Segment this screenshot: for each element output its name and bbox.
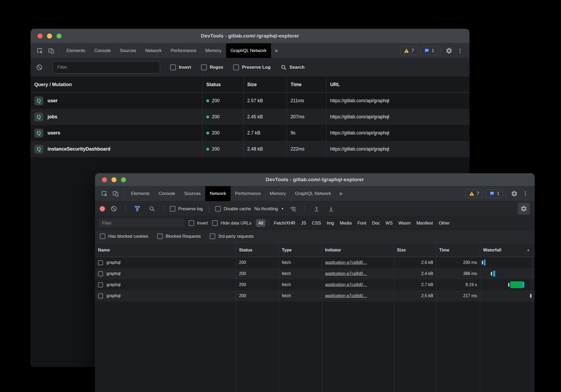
table-row[interactable]: Q user 200 2.57 kB 211ms https://gitlab.… — [31, 93, 469, 109]
type-filter[interactable]: Img — [324, 219, 337, 227]
type-filter[interactable]: Font — [355, 219, 369, 227]
initiator-link[interactable]: application-a7ca9d0… — [325, 271, 367, 276]
waterfall-cell[interactable] — [480, 279, 535, 290]
checkbox[interactable] — [170, 206, 175, 212]
search-icon[interactable] — [146, 203, 157, 214]
row-checkbox[interactable] — [98, 271, 103, 276]
type-filter[interactable]: Other — [436, 219, 452, 227]
titlebar[interactable]: DevTools - gitlab.com/-/graphql-explorer — [95, 173, 535, 186]
more-options-icon[interactable] — [455, 45, 466, 56]
initiator-link[interactable]: application-a7ca9d0… — [325, 293, 367, 298]
table-row[interactable]: Q jobs 200 2.45 kB 207ms https://gitlab.… — [31, 109, 469, 125]
type-filter[interactable]: JS — [298, 219, 309, 227]
record-network-log-icon[interactable] — [100, 206, 105, 211]
export-har-icon[interactable] — [325, 203, 336, 214]
type-filter[interactable]: Fetch/XHR — [271, 219, 298, 227]
initiator-link[interactable]: application-a7ca9d0… — [325, 260, 367, 265]
issues-badge[interactable]: 1 — [486, 189, 503, 198]
column-header[interactable]: Name — [95, 243, 236, 257]
panel-tab[interactable]: Console — [154, 186, 180, 201]
clear-icon[interactable] — [36, 64, 43, 71]
panel-tab[interactable]: Elements — [62, 43, 90, 58]
type-filter[interactable]: Wasm — [396, 219, 413, 227]
device-toolbar-icon[interactable] — [110, 188, 121, 199]
type-filter[interactable]: CSS — [309, 219, 324, 227]
column-header[interactable]: Time — [287, 77, 326, 92]
table-row[interactable]: Q instanceSecurityDashboard 200 2.48 kB … — [31, 141, 469, 157]
panel-tab[interactable]: Network — [141, 43, 166, 58]
settings-gear-icon[interactable] — [509, 188, 520, 199]
column-header[interactable]: Status — [236, 243, 279, 257]
panel-tab[interactable]: Memory — [201, 43, 226, 58]
table-row[interactable]: graphql 200 fetch application-a7ca9d0… 2… — [95, 268, 535, 279]
close-window-button[interactable] — [102, 177, 107, 182]
checkbox[interactable] — [170, 64, 176, 70]
issues-badge[interactable]: 1 — [420, 46, 438, 55]
inspect-element-icon[interactable] — [34, 45, 45, 56]
column-header[interactable]: Size — [244, 77, 287, 92]
table-row[interactable]: Q users 200 2.7 kB 9s https://gitlab.com… — [31, 125, 469, 141]
type-filter[interactable]: WS — [383, 219, 395, 227]
sort-ascending-icon[interactable]: ▲ — [527, 248, 530, 252]
panel-tab[interactable]: Elements — [127, 186, 154, 201]
type-filter-all[interactable]: All — [256, 219, 266, 227]
initiator-link[interactable]: application-a7ca9d0… — [325, 282, 367, 287]
waterfall-cell[interactable] — [480, 290, 535, 301]
panel-tab[interactable]: Memory — [265, 186, 290, 201]
panel-tab[interactable]: Console — [90, 43, 115, 58]
checkbox[interactable] — [233, 64, 239, 70]
disable-cache-option[interactable]: Disable cache — [215, 206, 251, 212]
table-row[interactable]: graphql 200 fetch application-a7ca9d0… 2… — [95, 279, 535, 290]
hide-data-urls-option[interactable]: Hide data URLs — [212, 220, 251, 226]
panel-tab[interactable]: Performance — [166, 43, 201, 58]
waterfall-cell[interactable] — [480, 257, 535, 268]
gql-filter-input[interactable]: Filter — [53, 61, 160, 73]
checkbox[interactable] — [100, 234, 105, 239]
checkbox[interactable] — [210, 234, 215, 239]
network-settings-button[interactable] — [518, 203, 530, 214]
close-window-button[interactable] — [38, 34, 43, 39]
titlebar[interactable]: DevTools - gitlab.com/-/graphql-explorer — [31, 29, 469, 43]
network-conditions-icon[interactable] — [287, 203, 298, 214]
network-option[interactable]: Has blocked cookies — [100, 234, 148, 239]
table-row[interactable]: graphql 200 fetch application-a7ca9d0… 2… — [95, 290, 535, 301]
column-header[interactable]: Query / Mutation — [31, 77, 203, 92]
waterfall-cell[interactable] — [480, 268, 535, 279]
column-header-waterfall[interactable]: Waterfall ▲ — [480, 243, 535, 257]
filter-option[interactable]: Preserve Log — [233, 64, 270, 70]
settings-gear-icon[interactable] — [443, 45, 455, 56]
filter-option[interactable]: Invert — [170, 64, 191, 70]
more-tabs-icon[interactable]: » — [335, 190, 346, 197]
type-filter[interactable]: Doc — [370, 219, 382, 227]
checkbox[interactable] — [215, 206, 221, 212]
network-option[interactable]: Blocked Requests — [157, 234, 201, 239]
filter-option[interactable]: Regex — [201, 64, 223, 70]
warnings-badge[interactable]: 7 — [400, 46, 418, 55]
panel-tab[interactable]: GraphQL Network — [291, 186, 335, 201]
import-har-icon[interactable] — [311, 203, 322, 214]
more-tabs-icon[interactable]: » — [271, 47, 282, 54]
network-filter-input[interactable]: Filter — [99, 218, 184, 227]
panel-tab[interactable]: GraphQL Network — [226, 43, 271, 58]
column-header[interactable]: Type — [279, 243, 322, 257]
clear-network-log-icon[interactable] — [108, 203, 119, 214]
maximize-window-button[interactable] — [121, 177, 126, 182]
network-option[interactable]: 3rd-party requests — [210, 234, 254, 239]
table-row[interactable]: graphql 200 fetch application-a7ca9d0… 2… — [95, 257, 535, 268]
checkbox[interactable] — [157, 234, 163, 239]
panel-tab[interactable]: Network — [205, 186, 231, 201]
row-checkbox[interactable] — [98, 293, 103, 298]
more-options-icon[interactable] — [520, 188, 531, 199]
throttling-dropdown[interactable]: No throttling ▼ — [254, 206, 284, 211]
inspect-element-icon[interactable] — [99, 188, 110, 199]
checkbox[interactable] — [201, 64, 207, 70]
column-header[interactable]: Status — [203, 77, 244, 92]
panel-tab[interactable]: Performance — [231, 186, 265, 201]
maximize-window-button[interactable] — [57, 34, 62, 39]
filter-funnel-icon[interactable] — [132, 203, 143, 214]
column-header[interactable]: URL — [326, 77, 469, 92]
gql-search-button[interactable]: Search — [280, 64, 305, 71]
column-header[interactable]: Time — [436, 243, 480, 257]
panel-tab[interactable]: Sources — [115, 43, 141, 58]
column-header[interactable]: Initiator — [322, 243, 394, 257]
